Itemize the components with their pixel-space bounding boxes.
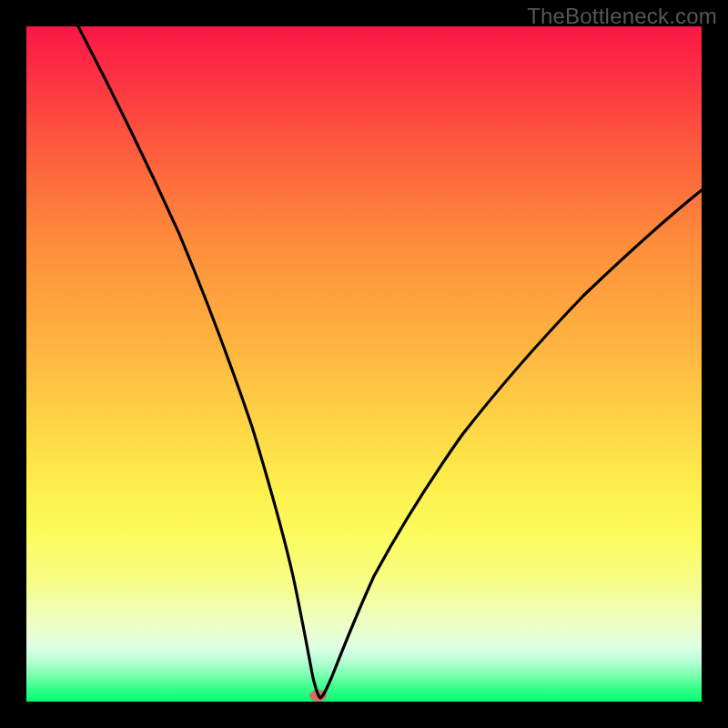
watermark-text: TheBottleneck.com <box>527 4 717 29</box>
plot-area <box>26 26 702 702</box>
curve-path <box>78 26 702 698</box>
chart-frame: TheBottleneck.com <box>0 0 728 728</box>
bottleneck-curve <box>26 26 702 702</box>
